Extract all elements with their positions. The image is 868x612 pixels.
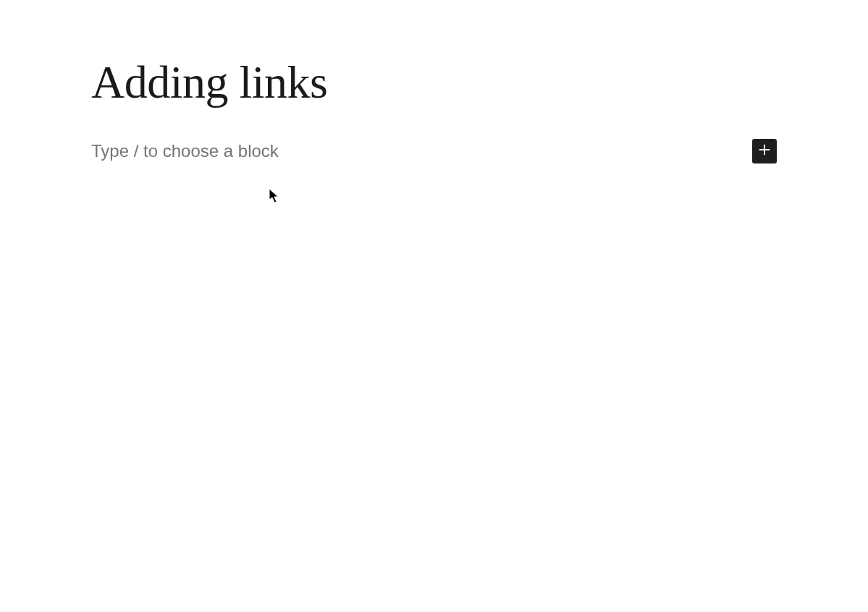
block-placeholder[interactable]: Type / to choose a block (91, 138, 741, 164)
add-block-button[interactable] (752, 139, 777, 163)
plus-icon (757, 142, 772, 160)
empty-block-row: Type / to choose a block (91, 138, 777, 164)
post-title[interactable]: Adding links (91, 55, 777, 111)
mouse-cursor (269, 188, 280, 204)
editor-canvas: Adding links Type / to choose a block (0, 0, 868, 164)
